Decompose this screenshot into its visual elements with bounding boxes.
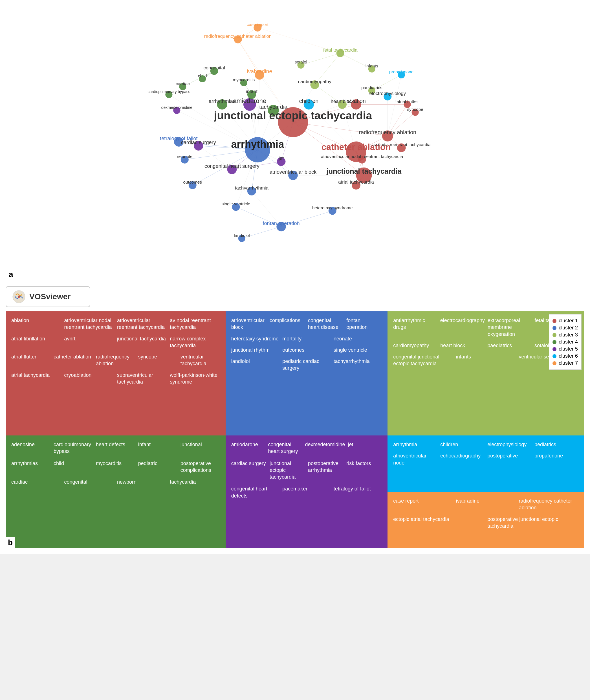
svg-text:ivabradine: ivabradine <box>247 68 272 75</box>
legend-dot-7 <box>553 361 557 365</box>
term-cell: cardiomyopathy <box>393 341 438 349</box>
term-cell: amiodarone <box>231 440 266 456</box>
legend-dot-1 <box>553 319 557 323</box>
network-visualization: junctional ectopic tachycardia arrhythmi… <box>6 6 584 282</box>
svg-text:av nodal reentrant tachycardia: av nodal reentrant tachycardia <box>372 142 431 147</box>
svg-text:neonate: neonate <box>177 154 193 159</box>
svg-text:radiofrequency ablation: radiofrequency ablation <box>359 129 416 135</box>
term-cell: arrhythmia <box>393 440 438 448</box>
figure-label-a: a <box>9 270 13 279</box>
legend-label-5: cluster 5 <box>559 346 578 352</box>
svg-text:cardiac: cardiac <box>176 81 190 86</box>
svg-text:single ventricle: single ventricle <box>222 201 251 206</box>
svg-text:atrioventricular block: atrioventricular block <box>270 169 317 175</box>
term-cell: paediatrics <box>487 341 532 349</box>
cluster-legend: cluster 1 cluster 2 cluster 3 cluster 4 … <box>549 314 582 370</box>
term-cell: landiolol <box>231 357 280 372</box>
term-cell: congenital heart disease <box>307 316 344 331</box>
term-cell: electrophysiology <box>487 440 532 448</box>
legend-dot-6 <box>553 354 557 358</box>
term-cell: propafenone <box>534 452 579 467</box>
cluster-right-stack: arrhythmia children electrophysiology pe… <box>388 435 584 548</box>
term-cell: complications <box>269 316 306 331</box>
svg-text:arrhythmias: arrhythmias <box>209 98 235 104</box>
svg-text:child: child <box>198 73 207 78</box>
cluster-red: ablation atrioventricular nodal reentran… <box>6 311 226 435</box>
svg-text:tachycardia: tachycardia <box>259 104 287 110</box>
term-cell: cardiac <box>11 478 62 486</box>
term-cell: pediatric <box>137 460 178 474</box>
cluster-purple: amiodarone congenital heart surgery dexm… <box>226 435 388 548</box>
legend-label-7: cluster 7 <box>559 360 578 366</box>
main-container: junctional ectopic tachycardia arrhythmi… <box>0 0 590 554</box>
term-cell: outcomes <box>282 346 331 354</box>
term-cell: congenital heart surgery <box>268 440 303 456</box>
term-cell: pacemaker <box>282 485 331 500</box>
term-cell: neonate <box>333 335 383 343</box>
term-cell: atrioventricular reentrant tachycardia <box>116 316 168 331</box>
term-cell: congenital heart defects <box>231 485 280 500</box>
svg-text:myocarditis: myocarditis <box>233 77 255 82</box>
term-cell: extracorporeal membrane oxygenation <box>487 316 532 338</box>
svg-text:cardiopulmonary bypass: cardiopulmonary bypass <box>148 89 190 94</box>
term-cell: case report <box>393 497 454 512</box>
term-cell: postoperative junctional ectopic tachyca… <box>487 515 579 530</box>
svg-text:junctional ectopic tachycardia: junctional ectopic tachycardia <box>214 109 372 121</box>
svg-text:fetal tachycardia: fetal tachycardia <box>323 47 358 53</box>
svg-text:congenital: congenital <box>203 65 225 71</box>
svg-text:heterotaxy syndrome: heterotaxy syndrome <box>312 205 353 210</box>
term-cell: dexmedetomidine <box>304 440 346 456</box>
cluster-orange: case report ivabradine radiofrequency ca… <box>388 492 584 548</box>
cluster-row-top: ablation atrioventricular nodal reentran… <box>6 311 584 435</box>
svg-text:infant: infant <box>246 89 258 94</box>
svg-text:children: children <box>299 98 318 104</box>
legend-item-2: cluster 2 <box>553 325 578 331</box>
term-cell: mortality <box>282 335 331 343</box>
cluster-cyan: arrhythmia children electrophysiology pe… <box>388 435 584 492</box>
svg-text:fontan operation: fontan operation <box>263 220 299 226</box>
legend-dot-3 <box>553 333 557 337</box>
svg-text:congenital heart surgery: congenital heart surgery <box>204 163 260 169</box>
term-cell: atrioventricular block <box>231 316 267 331</box>
term-cell: atrioventricular nodal reentrant tachyca… <box>64 316 114 331</box>
term-cell: cryoablation <box>64 371 114 386</box>
svg-line-49 <box>388 75 401 136</box>
svg-text:tetralogy of fallot: tetralogy of fallot <box>160 136 197 141</box>
term-cell: junctional <box>180 440 220 456</box>
legend-label-4: cluster 4 <box>559 339 578 345</box>
svg-text:outcomes: outcomes <box>183 180 202 184</box>
term-cell: junctional tachycardia <box>116 335 168 350</box>
term-cell: radiofrequency ablation <box>95 353 136 368</box>
cluster-green: adenosine cardiopulmonary bypass heart d… <box>6 435 226 548</box>
svg-text:infants: infants <box>366 64 379 68</box>
term-cell: tetralogy of fallot <box>333 485 383 500</box>
legend-dot-2 <box>553 326 557 330</box>
term-cell: wolff-parkinson-white syndrome <box>169 371 220 386</box>
term-cell: jet <box>347 440 382 456</box>
svg-text:landiolol: landiolol <box>234 233 250 238</box>
term-cell: congenital <box>64 478 114 486</box>
svg-text:arrhythmia: arrhythmia <box>231 138 284 150</box>
svg-text:cardiomyopathy: cardiomyopathy <box>298 79 332 84</box>
legend-dot-4 <box>553 340 557 344</box>
term-cell: heart defects <box>95 440 136 456</box>
term-cell: tachyarrhythmia <box>333 357 383 372</box>
term-cell: children <box>440 440 485 448</box>
legend-label-2: cluster 2 <box>559 325 578 331</box>
svg-text:amiodarone: amiodarone <box>233 97 266 104</box>
legend-item-6: cluster 6 <box>553 353 578 359</box>
term-cell: ablation <box>11 316 62 331</box>
cluster-panel: cluster 1 cluster 2 cluster 3 cluster 4 … <box>6 311 584 548</box>
term-cell: child <box>53 460 94 474</box>
term-cell: av nodal reentrant tachycardia <box>169 316 220 331</box>
term-cell: electrocardiography <box>440 316 485 338</box>
svg-text:sotalol: sotalol <box>295 60 307 64</box>
vosviewer-text: VOSviewer <box>29 292 71 301</box>
cluster-blue: atrioventricular block complications con… <box>226 311 388 435</box>
svg-text:jet: jet <box>278 156 284 161</box>
term-cell: ectopic atrial tachycardia <box>393 515 485 530</box>
svg-point-156 <box>18 296 20 298</box>
term-cell: cardiac surgery <box>231 460 267 481</box>
svg-text:atrioventricular nodal reentra: atrioventricular nodal reentrant tachyca… <box>321 154 403 159</box>
term-cell: postoperative complications <box>180 460 220 474</box>
